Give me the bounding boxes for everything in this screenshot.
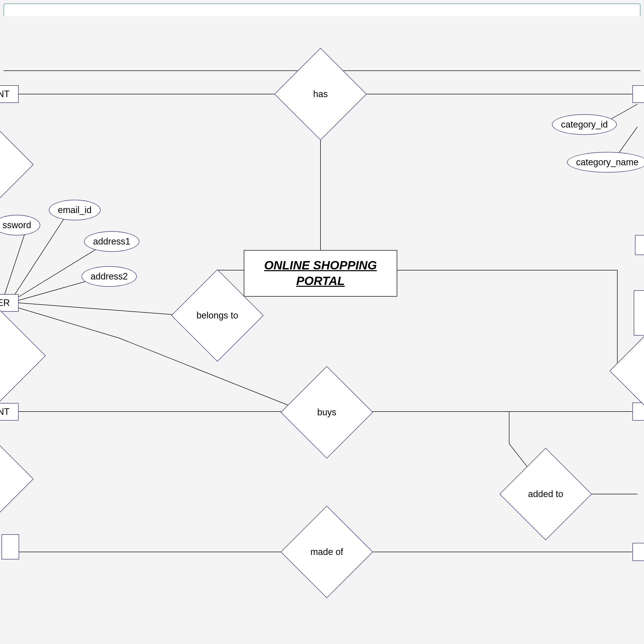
svg-line-4 [19,303,185,315]
relationship-added-to: added to [513,461,578,527]
attr-label: category_name [576,157,638,168]
relationship-has: has [288,61,353,127]
attribute-address1: address1 [84,231,139,252]
relationship-upper-left: to [0,134,21,195]
diagram-canvas: NT has category_id category_name to sswo… [4,16,640,640]
relationship-left-blank [0,320,31,391]
entity-label: NT [0,407,10,417]
relationship-label: made of [310,547,343,557]
attr-label: address2 [91,271,128,282]
relationship-label: buys [317,407,336,418]
entity-right-a [635,235,644,255]
entity-top-left: NT [0,85,19,103]
relationship-belongs-to: belongs to [185,283,250,348]
entity-top-right [632,85,644,103]
entity-bottom-left [2,534,19,559]
relationship-label: added to [528,489,563,499]
relationship-made-of: made of [294,519,359,585]
entity-right-mid: NT [0,403,19,421]
entity-right-b [634,290,644,336]
entity-label: ER [0,298,10,308]
attr-label: email_id [58,205,92,215]
relationship-lower-left: or [0,449,21,509]
entity-label: NT [0,89,10,99]
svg-line-9 [19,308,119,338]
entity-right-madeof [632,543,644,561]
relationship-label: has [313,89,328,99]
attribute-category-id: category_id [552,114,617,135]
svg-line-5 [4,226,27,298]
attribute-email-id: email_id [49,200,101,220]
relationship-buys: buys [294,380,359,445]
attribute-category-name: category_name [567,152,644,173]
entity-right-buys [632,403,644,421]
entity-customer: ER [0,294,19,312]
attr-label: category_id [561,119,608,130]
attribute-password: ssword [0,215,40,235]
relationship-right-clipped [620,346,644,396]
attr-label: address1 [93,236,130,247]
relationship-label: belongs to [196,310,238,321]
diagram-title: ONLINE SHOPPING PORTAL [244,250,397,297]
attr-label: ssword [3,220,31,230]
attribute-address2: address2 [82,266,137,287]
title-text: ONLINE SHOPPING PORTAL [257,258,384,289]
